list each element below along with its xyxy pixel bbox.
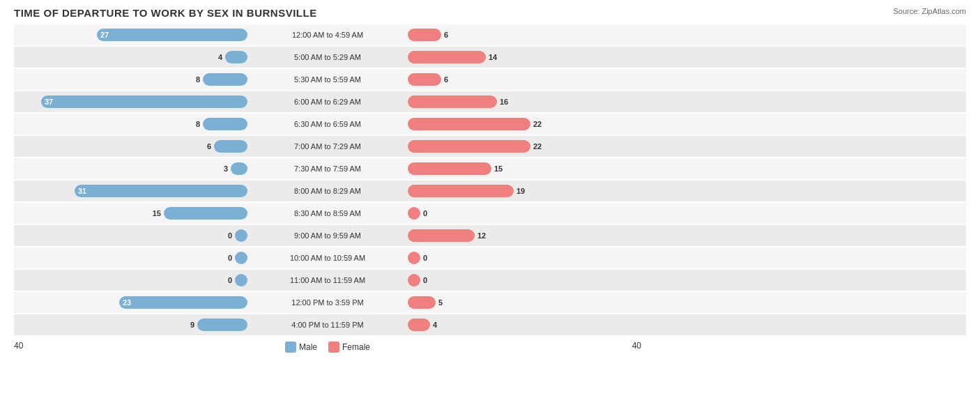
chart-title: TIME OF DEPARTURE TO WORK BY SEX IN BURN… — [14, 7, 966, 19]
right-section-10: 0 — [404, 252, 641, 264]
chart-row: 6 7:00 AM to 7:29 AM 22 — [14, 136, 966, 157]
female-bar-0 — [408, 29, 441, 41]
left-section-2: 8 — [14, 73, 251, 86]
chart-row: 31 8:00 AM to 8:29 AM 19 — [14, 181, 966, 201]
male-bar-11 — [235, 274, 247, 286]
male-bar-9 — [235, 229, 247, 242]
female-value-3: 16 — [500, 98, 508, 106]
left-section-5: 6 — [14, 140, 251, 153]
legend-female: Female — [328, 342, 370, 353]
right-section-2: 6 — [404, 73, 641, 86]
male-bar-6 — [231, 162, 247, 175]
chart-row: 8 6:30 AM to 6:59 AM 22 — [14, 114, 966, 135]
female-value-4: 22 — [533, 120, 542, 128]
male-bar-13 — [197, 319, 247, 331]
male-value-10: 0 — [228, 254, 232, 262]
right-section-4: 22 — [404, 118, 641, 130]
chart-row: 0 10:00 AM to 10:59 AM 0 — [14, 247, 966, 268]
left-section-12: 23 — [14, 296, 251, 309]
male-value-3: 37 — [45, 98, 53, 106]
legend: Male Female — [251, 339, 404, 353]
female-bar-8 — [408, 207, 420, 220]
male-value-7: 31 — [78, 187, 86, 195]
female-bar-1 — [408, 51, 486, 63]
female-value-13: 4 — [433, 321, 437, 329]
chart-row: 27 12:00 AM to 4:59 AM 6 — [14, 24, 966, 45]
right-section-1: 14 — [404, 51, 641, 63]
female-bar-4 — [408, 118, 530, 130]
male-bar-7: 31 — [75, 185, 247, 197]
female-value-8: 0 — [423, 209, 427, 217]
female-value-10: 0 — [423, 254, 427, 262]
female-bar-5 — [408, 140, 530, 153]
chart-row: 8 5:30 AM to 5:59 AM 6 — [14, 69, 966, 90]
left-section-8: 15 — [14, 207, 251, 220]
time-label-10: 10:00 AM to 10:59 AM — [251, 254, 404, 262]
female-bar-10 — [408, 252, 420, 264]
female-value-1: 14 — [489, 53, 497, 61]
left-section-10: 0 — [14, 252, 251, 264]
female-value-11: 0 — [423, 276, 427, 284]
left-section-9: 0 — [14, 229, 251, 242]
left-section-11: 0 — [14, 274, 251, 286]
time-label-5: 7:00 AM to 7:29 AM — [251, 142, 404, 151]
source-label: Source: ZipAtlas.com — [893, 7, 966, 15]
male-value-0: 27 — [100, 31, 109, 39]
female-bar-9 — [408, 229, 475, 242]
right-section-9: 12 — [404, 229, 641, 242]
right-section-6: 15 — [404, 162, 641, 175]
male-bar-0: 27 — [97, 29, 247, 41]
male-value-9: 0 — [228, 231, 232, 240]
right-section-13: 4 — [404, 319, 641, 331]
left-section-1: 4 — [14, 51, 251, 63]
chart-row: 9 4:00 PM to 11:59 PM 4 — [14, 314, 966, 335]
male-bar-12: 23 — [119, 296, 247, 309]
male-value-12: 23 — [123, 298, 131, 307]
time-label-8: 8:30 AM to 8:59 AM — [251, 209, 404, 217]
female-value-6: 15 — [494, 164, 503, 173]
time-label-2: 5:30 AM to 5:59 AM — [251, 75, 404, 84]
time-label-4: 6:30 AM to 6:59 AM — [251, 120, 404, 128]
right-section-3: 16 — [404, 95, 641, 108]
male-bar-1 — [225, 51, 247, 63]
time-label-12: 12:00 PM to 3:59 PM — [251, 298, 404, 307]
male-value-5: 6 — [207, 142, 211, 151]
female-value-9: 12 — [477, 231, 486, 240]
chart-area: 27 12:00 AM to 4:59 AM 6 4 5:00 AM to 5:… — [14, 24, 966, 335]
female-bar-12 — [408, 296, 436, 309]
female-value-5: 22 — [533, 142, 542, 151]
time-label-3: 6:00 AM to 6:29 AM — [251, 98, 404, 106]
legend-male-label: Male — [299, 342, 317, 352]
legend-female-box — [328, 342, 339, 353]
legend-male: Male — [285, 342, 317, 353]
female-bar-6 — [408, 162, 491, 175]
axis-left-label: 40 — [14, 341, 251, 351]
left-section-6: 3 — [14, 162, 251, 175]
right-section-8: 0 — [404, 207, 641, 220]
female-bar-13 — [408, 319, 430, 331]
male-value-11: 0 — [228, 276, 232, 284]
male-bar-8 — [164, 207, 247, 220]
left-section-13: 9 — [14, 319, 251, 331]
right-section-0: 6 — [404, 29, 641, 41]
male-bar-4 — [203, 118, 247, 130]
left-section-0: 27 — [14, 29, 251, 41]
male-value-6: 3 — [224, 164, 228, 173]
female-bar-2 — [408, 73, 441, 86]
axis-row: 40 Male Female 40 — [14, 339, 966, 353]
male-bar-3: 37 — [41, 95, 247, 108]
left-section-7: 31 — [14, 185, 251, 197]
right-section-12: 5 — [404, 296, 641, 309]
male-value-13: 9 — [190, 321, 194, 329]
male-bar-10 — [235, 252, 247, 264]
chart-row: 0 9:00 AM to 9:59 AM 12 — [14, 225, 966, 246]
chart-row: 23 12:00 PM to 3:59 PM 5 — [14, 292, 966, 313]
female-bar-7 — [408, 185, 514, 197]
chart-row: 4 5:00 AM to 5:29 AM 14 — [14, 47, 966, 68]
chart-container: TIME OF DEPARTURE TO WORK BY SEX IN BURN… — [0, 0, 980, 414]
male-bar-5 — [214, 140, 247, 153]
male-value-4: 8 — [196, 120, 200, 128]
time-label-11: 11:00 AM to 11:59 AM — [251, 276, 404, 284]
female-value-12: 5 — [438, 298, 443, 307]
time-label-6: 7:30 AM to 7:59 AM — [251, 164, 404, 173]
